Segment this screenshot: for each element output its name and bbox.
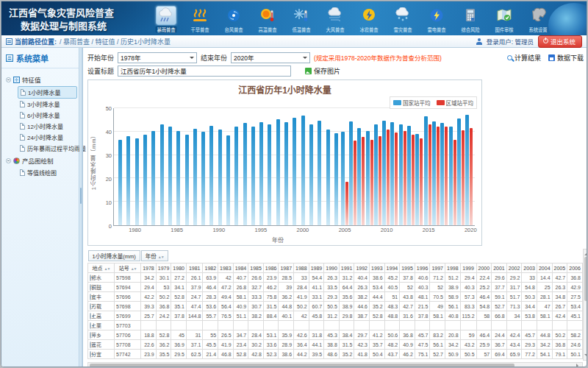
tree-item-等值线绘图[interactable]: 等值线绘图 (18, 167, 77, 178)
year-column-header[interactable]: 1994 (384, 263, 400, 273)
lightning-icon (426, 6, 447, 25)
horizontal-scroll-thumb[interactable] (90, 364, 514, 367)
collapse-icon[interactable] (6, 77, 11, 82)
year-column-header[interactable]: 1986 (263, 263, 279, 273)
year-group-sort[interactable]: 年份 ▲▼ (141, 250, 168, 261)
year-column-header[interactable]: 2005 (552, 263, 567, 273)
toolbar-item-rain-cloud[interactable]: 暴雨普查 (149, 4, 182, 33)
year-column-header[interactable]: 1984 (233, 263, 248, 273)
breadcrumb[interactable]: / 暴雨普查 / 特征值 / 历史1小时降水量 (60, 37, 171, 46)
year-column-header[interactable]: 1988 (294, 263, 309, 273)
tree-item-12小时降水量[interactable]: 12小时降水量 (18, 121, 77, 132)
year-column-header[interactable]: 1978 (141, 263, 157, 273)
year-column-header[interactable]: 2004 (537, 263, 552, 273)
toolbar-item-wind[interactable]: 大风普查 (318, 4, 351, 33)
tree-node-特征值[interactable]: 特征值 (3, 73, 77, 86)
value-cell: 42.4 (552, 311, 567, 321)
year-column-header[interactable]: 1999 (460, 263, 476, 273)
table-horizontal-scrollbar[interactable] (87, 362, 583, 367)
year-column-header[interactable]: 1990 (324, 263, 340, 273)
national-avg-bar (276, 119, 280, 225)
year-column-header[interactable]: 1992 (354, 263, 370, 273)
year-column-header[interactable]: 1996 (415, 263, 430, 273)
year-column-header[interactable]: 2006 (567, 263, 583, 273)
bar-group-2018 (448, 108, 456, 225)
toolbar-item-low-temp[interactable]: 低温普查 (284, 4, 318, 33)
value-cell: 52.8 (233, 350, 248, 359)
year-column-header[interactable]: 1982 (203, 263, 218, 273)
table-row: 万载5769839.336.835.147.453.656.440.930.73… (88, 302, 583, 311)
year-column-header[interactable]: 1980 (171, 263, 187, 273)
year-column-header[interactable]: 1995 (400, 263, 415, 273)
toolbar-item-settings-wrench[interactable]: 系统设置 (521, 4, 554, 33)
legend-item[interactable]: 国家站平均 (393, 99, 431, 107)
expand-row-icon[interactable] (90, 313, 91, 319)
value-cell (324, 321, 340, 330)
expand-row-icon[interactable] (90, 351, 91, 358)
expand-row-icon[interactable] (90, 342, 91, 348)
toolbar-item-risk-calculator[interactable]: 综合风险 (453, 4, 487, 33)
year-column-header[interactable]: 1997 (430, 263, 445, 273)
collapse-icon[interactable] (6, 158, 11, 163)
value-cell: 32.7 (248, 283, 264, 292)
toolbar-item-drought[interactable]: 干旱普查 (183, 4, 216, 33)
toolbar-item-hail[interactable]: 冰雹普查 (352, 4, 385, 33)
year-column-header[interactable]: 1983 (218, 263, 234, 273)
calculate-button[interactable]: 计算结果 (507, 53, 541, 63)
value-cell: 36.8 (567, 273, 583, 283)
column-header-col_id[interactable]: 站号 ▲▼ (115, 263, 141, 273)
low-temp-icon (291, 6, 312, 25)
expand-row-icon[interactable] (90, 275, 91, 281)
legend-item[interactable]: 区域站平均 (437, 99, 474, 107)
main-toolbar: 暴雨普查干旱普查台风普查高温普查低温普查大风普查冰雹普查雪灾普查雷电普查综合风险… (149, 4, 554, 33)
chart-title-value: 江西省历年1小时降水量 (121, 66, 187, 75)
toolbar-item-snow[interactable]: 雪灾普查 (386, 4, 419, 33)
download-button[interactable]: 数据下载 (548, 53, 584, 63)
chart-title-input[interactable]: 江西省历年1小时降水量 (118, 66, 291, 77)
scroll-right-arrow-icon[interactable] (576, 364, 581, 367)
bar-group-1982 (149, 108, 157, 225)
tree-item-6小时降水量[interactable]: 6小时降水量 (18, 110, 77, 121)
tree-item-历年暴雨过程平均雨量[interactable]: 历年暴雨过程平均雨量 (18, 143, 77, 154)
expand-row-icon[interactable] (90, 284, 91, 291)
start-year-select[interactable]: 1978年 (118, 52, 197, 63)
bar-group-1998 (282, 108, 290, 225)
year-column-header[interactable]: 1985 (248, 263, 264, 273)
tree-item-1小时降水量[interactable]: 1小时降水量 (18, 86, 77, 99)
logout-button[interactable]: 退出系统 (538, 35, 582, 48)
expand-row-icon[interactable] (90, 332, 91, 339)
scroll-down-arrow-icon[interactable] (584, 354, 587, 358)
toolbar-item-typhoon[interactable]: 台风普查 (217, 4, 250, 33)
chevron-down-icon (303, 57, 307, 61)
year-column-header[interactable]: 1987 (279, 263, 294, 273)
year-column-header[interactable]: 2001 (492, 263, 507, 273)
toolbar-item-lightning[interactable]: 雷电普查 (420, 4, 453, 33)
end-year-select[interactable]: 2020年 (231, 52, 310, 63)
year-column-header[interactable]: 2002 (506, 263, 522, 273)
table-vertical-scrollbar[interactable] (583, 249, 587, 361)
tree-node-产品图绘制[interactable]: 产品图绘制 (3, 154, 77, 167)
bar-group-2017 (440, 108, 448, 225)
column-header-col_station[interactable]: 地点 ▲▼ (88, 263, 115, 273)
toolbar-item-map-audit[interactable]: 图件审核 (487, 4, 520, 33)
tree-item-3小时降水量[interactable]: 3小时降水量 (18, 99, 77, 110)
expand-row-icon[interactable] (90, 322, 91, 329)
year-column-header[interactable]: 1989 (309, 263, 324, 273)
vertical-scroll-thumb[interactable] (584, 257, 587, 301)
year-column-header[interactable]: 1979 (156, 263, 171, 273)
year-column-header[interactable]: 2003 (522, 263, 537, 273)
year-column-header[interactable]: 1991 (339, 263, 354, 273)
year-column-header[interactable]: 1981 (186, 263, 203, 273)
year-column-header[interactable]: 2000 (476, 263, 492, 273)
expand-row-icon[interactable] (90, 294, 91, 300)
year-column-header[interactable]: 1998 (445, 263, 460, 273)
year-column-header[interactable]: 1993 (370, 263, 385, 273)
unit-label[interactable]: 1小时降水量(mm) (88, 250, 140, 261)
station-id: 57699 (115, 311, 141, 321)
expand-row-icon[interactable] (90, 303, 91, 310)
toolbar-item-high-temp[interactable]: 高温普查 (251, 4, 284, 33)
tree-item-24小时降水量[interactable]: 24小时降水量 (18, 132, 77, 143)
save-image-button[interactable]: 保存图片 (305, 66, 340, 76)
scroll-up-arrow-icon[interactable] (584, 251, 587, 255)
document-icon (6, 38, 12, 45)
